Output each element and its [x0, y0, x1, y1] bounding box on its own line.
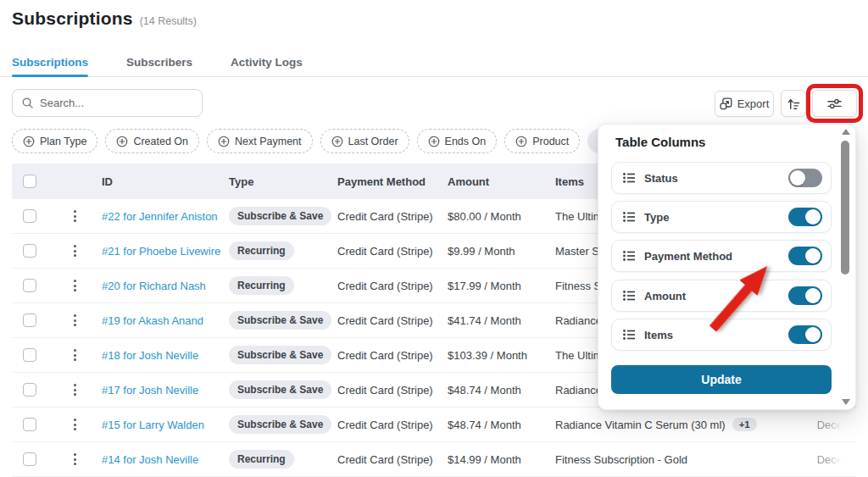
drag-handle-icon[interactable]	[622, 289, 636, 302]
row-menu-icon[interactable]	[68, 207, 81, 225]
toggle-status[interactable]	[788, 169, 822, 187]
search-input[interactable]	[40, 97, 193, 109]
row-menu-icon[interactable]	[68, 346, 81, 364]
scroll-up-icon[interactable]	[842, 129, 850, 135]
chip-label: Last Order	[348, 136, 398, 147]
filter-chip-ends-on[interactable]: Ends On	[417, 129, 498, 153]
filter-chip-last-order[interactable]: Last Order	[320, 129, 409, 153]
toggle-items[interactable]	[788, 325, 822, 344]
select-all-checkbox[interactable]	[23, 175, 36, 188]
sliders-icon	[826, 97, 843, 111]
tab-bar: Subscriptions Subscribers Activity Logs	[0, 56, 868, 77]
subscription-link[interactable]: #19 for Akash Anand	[102, 314, 203, 327]
column-card-type: Type	[611, 201, 832, 233]
filter-chip-product[interactable]: Product	[504, 129, 580, 153]
payment-method-cell: Credit Card (Stripe)	[337, 210, 448, 223]
filter-chip-next-payment[interactable]: Next Payment	[207, 129, 313, 153]
payment-method-cell: Credit Card (Stripe)	[337, 314, 448, 327]
column-label: Status	[644, 172, 678, 185]
items-cell: Fitness Subscription - Gold	[555, 453, 687, 466]
row-checkbox[interactable]	[23, 452, 36, 466]
amount-cell: $14.99 / Month	[448, 453, 555, 466]
table-row: #14 for Josh Neville Recurring Credit Ca…	[12, 442, 856, 477]
popover-title: Table Columns	[615, 135, 705, 149]
popover-scrollbar[interactable]	[840, 127, 852, 407]
type-badge: Subscribe & Save	[229, 415, 331, 434]
filter-chip-created-on[interactable]: Created On	[105, 129, 199, 153]
scrollbar-thumb[interactable]	[841, 141, 849, 275]
tab-activity-logs[interactable]: Activity Logs	[231, 56, 303, 75]
table-columns-button[interactable]	[812, 90, 857, 117]
row-menu-icon[interactable]	[68, 241, 81, 260]
type-badge: Recurring	[229, 450, 294, 469]
row-menu-icon[interactable]	[68, 415, 81, 434]
column-card-items: Items	[611, 319, 832, 351]
items-cell: Radiance Vitamin C Serum (30 ml)	[555, 419, 726, 431]
row-menu-icon[interactable]	[68, 380, 81, 399]
row-menu-icon[interactable]	[68, 450, 81, 469]
table-columns-popover: Table Columns Status Type Payment Method…	[598, 124, 856, 410]
row-checkbox[interactable]	[23, 313, 36, 327]
column-label: Items	[644, 329, 673, 341]
filter-chip-plan-type[interactable]: Plan Type	[12, 129, 97, 153]
subscription-link[interactable]: #18 for Josh Neville	[102, 349, 198, 362]
subscription-link[interactable]: #22 for Jennifer Aniston	[102, 210, 218, 223]
row-checkbox[interactable]	[23, 244, 36, 258]
chip-label: Plan Type	[40, 136, 86, 147]
amount-cell: $48.74 / Month	[448, 419, 555, 431]
drag-handle-icon[interactable]	[622, 210, 636, 224]
search-icon	[21, 97, 34, 109]
export-button[interactable]: Export	[715, 91, 774, 117]
drag-handle-icon[interactable]	[622, 249, 636, 263]
scroll-down-icon[interactable]	[842, 399, 850, 405]
tab-subscribers[interactable]: Subscribers	[126, 56, 192, 75]
row-menu-icon[interactable]	[68, 311, 81, 330]
amount-cell: $41.74 / Month	[448, 314, 555, 327]
row-checkbox[interactable]	[23, 383, 36, 397]
column-card-status: Status	[611, 162, 832, 194]
export-label: Export	[737, 97, 770, 110]
payment-method-cell: Credit Card (Stripe)	[337, 419, 448, 431]
chip-label: Ends On	[445, 136, 487, 147]
col-header-amount: Amount	[448, 175, 555, 188]
subscription-link[interactable]: #17 for Josh Neville	[102, 384, 198, 397]
payment-method-cell: Credit Card (Stripe)	[337, 349, 448, 362]
search-box[interactable]	[12, 89, 203, 117]
plus-circle-icon	[428, 136, 440, 147]
export-icon	[720, 97, 732, 110]
row-checkbox[interactable]	[23, 279, 36, 292]
subscription-link[interactable]: #21 for Phoebe Livewire	[102, 245, 220, 258]
sort-button[interactable]	[781, 90, 806, 117]
toggle-amount[interactable]	[788, 286, 822, 305]
toggle-type[interactable]	[788, 208, 822, 226]
toggle-payment-method[interactable]	[788, 247, 822, 265]
row-menu-icon[interactable]	[68, 276, 81, 295]
column-label: Type	[644, 211, 669, 224]
subscriptions-page: Subscriptions (14 Results) Subscriptions…	[0, 0, 868, 477]
amount-cell: $80.00 / Month	[448, 210, 555, 223]
results-count: (14 Results)	[140, 15, 197, 27]
column-label: Payment Method	[644, 250, 732, 263]
drag-handle-icon[interactable]	[622, 171, 636, 185]
plus-circle-icon	[218, 136, 230, 147]
tab-subscriptions[interactable]: Subscriptions	[12, 56, 88, 75]
amount-cell: $9.99 / Month	[448, 245, 555, 258]
type-badge: Subscribe & Save	[229, 346, 331, 364]
subscription-link[interactable]: #15 for Larry Walden	[102, 419, 204, 431]
page-header: Subscriptions (14 Results)	[12, 8, 197, 29]
payment-method-cell: Credit Card (Stripe)	[337, 245, 448, 258]
type-badge: Subscribe & Save	[229, 207, 331, 225]
chip-label: Created On	[133, 136, 188, 147]
update-button[interactable]: Update	[611, 365, 832, 394]
page-title: Subscriptions	[12, 8, 133, 29]
col-header-id: ID	[102, 175, 229, 188]
subscription-link[interactable]: #20 for Richard Nash	[102, 280, 206, 292]
type-badge: Subscribe & Save	[229, 311, 331, 330]
table-row: #15 for Larry Walden Subscribe & Save Cr…	[12, 408, 856, 442]
subscription-link[interactable]: #14 for Josh Neville	[102, 453, 198, 466]
row-checkbox[interactable]	[23, 209, 36, 223]
row-checkbox[interactable]	[23, 348, 36, 362]
drag-handle-icon[interactable]	[622, 328, 636, 341]
row-checkbox[interactable]	[23, 418, 36, 431]
column-label: Amount	[644, 290, 686, 302]
